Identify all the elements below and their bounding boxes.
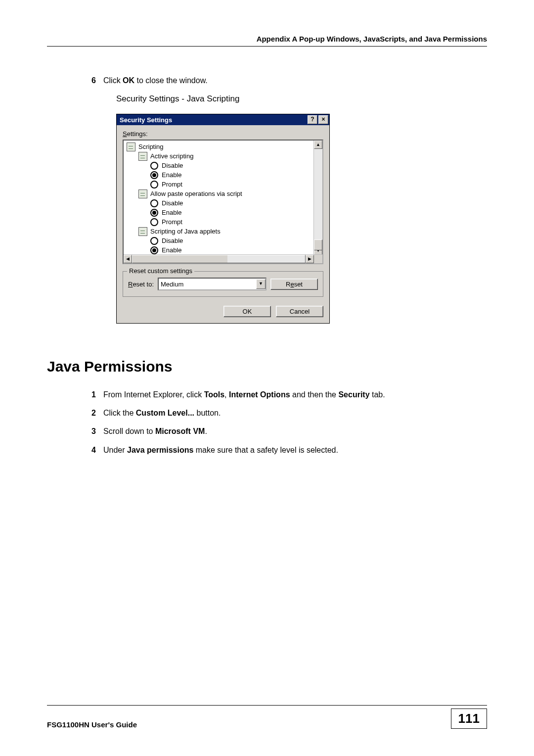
instruction-step-2: 2 Click the Custom Level... button. — [91, 407, 487, 419]
radio-icon — [150, 199, 158, 207]
tree-node-active-scripting: Active scripting — [125, 151, 321, 161]
radio-disable[interactable]: Disable — [125, 198, 321, 208]
reset-custom-settings-group: Reset custom settings Reset to:Reset to:… — [123, 271, 323, 297]
figure-caption: Security Settings - Java Scripting — [116, 94, 487, 104]
text: make sure that a safety level is selecte… — [193, 446, 338, 454]
titlebar-buttons: ? × — [307, 115, 328, 124]
radio-selected-icon — [150, 246, 158, 254]
radio-prompt[interactable]: Prompt — [125, 217, 321, 227]
page-footer: FSG1100HN User's Guide 111 — [47, 709, 487, 729]
label: Prompt — [162, 217, 182, 227]
step-text: Under Java permissions make sure that a … — [103, 444, 338, 456]
radio-selected-icon — [150, 171, 158, 179]
script-icon — [138, 227, 147, 236]
label: Enable — [162, 170, 181, 180]
label: Disable — [162, 236, 183, 245]
close-button[interactable]: × — [318, 115, 328, 124]
text: Click — [103, 76, 123, 85]
scroll-thumb[interactable] — [314, 239, 322, 250]
radio-enable[interactable]: Enable — [125, 170, 321, 180]
text: Scroll down to — [103, 427, 155, 435]
radio-icon — [150, 237, 158, 245]
document-page: Appendix A Pop-up Windows, JavaScripts, … — [0, 0, 534, 756]
step-text: Scroll down to Microsoft VM. — [103, 425, 207, 437]
radio-prompt[interactable]: Prompt — [125, 180, 321, 189]
ok-button[interactable]: OK — [223, 306, 271, 317]
radio-enable[interactable]: Enable — [125, 208, 321, 217]
tree-node-scripting: Scripting — [125, 142, 321, 151]
dialog-buttons: OK Cancel — [123, 306, 323, 317]
script-icon — [138, 189, 147, 198]
text: . — [205, 427, 207, 435]
bold-text: Tools — [204, 390, 224, 399]
settings-label: SSettings:ettings: — [123, 130, 323, 138]
label: Enable — [162, 245, 181, 255]
cancel-button[interactable]: Cancel — [276, 306, 323, 317]
text: to close the window. — [134, 76, 208, 85]
text: and then the — [290, 390, 339, 399]
label: Enable — [162, 208, 181, 217]
bold-text: OK — [123, 76, 134, 85]
combo-value: Medium — [161, 281, 183, 288]
label: Scripting — [138, 142, 164, 151]
label: Disable — [162, 198, 183, 208]
label: Allow paste operations via script — [150, 189, 242, 198]
dialog-body: SSettings:ettings: Scripting Active scri… — [117, 125, 329, 323]
footer-rule — [47, 705, 487, 706]
step-number: 4 — [91, 444, 103, 456]
step-number: 2 — [91, 407, 103, 419]
radio-enable[interactable]: Enable — [125, 245, 321, 255]
horizontal-scrollbar[interactable]: ◀ ▶ — [124, 254, 322, 263]
scroll-corner — [314, 255, 322, 263]
step-number: 6 — [91, 76, 103, 85]
radio-icon — [150, 181, 158, 189]
tree-content: Scripting Active scripting Disable Enabl… — [124, 141, 322, 263]
dialog-titlebar: Security Settings ? × — [117, 114, 329, 125]
page-number: 111 — [451, 709, 487, 729]
vertical-scrollbar[interactable]: ▲ ▼ — [313, 141, 322, 255]
reset-level-combo[interactable]: Medium ▼ — [158, 278, 267, 290]
scroll-track[interactable] — [132, 255, 306, 263]
chevron-down-icon[interactable]: ▼ — [256, 279, 266, 289]
security-settings-dialog: Security Settings ? × SSettings:ettings:… — [116, 114, 330, 324]
instruction-steps: 1 From Internet Explorer, click Tools, I… — [91, 389, 487, 456]
reset-to-label: Reset to:Reset to: — [128, 281, 154, 288]
label: Scripting of Java applets — [150, 227, 221, 236]
label: Disable — [162, 161, 183, 170]
radio-disable[interactable]: Disable — [125, 236, 321, 245]
text: From Internet Explorer, click — [103, 390, 204, 399]
screenshot-figure: Security Settings ? × SSettings:ettings:… — [116, 114, 487, 324]
help-button[interactable]: ? — [308, 115, 317, 124]
radio-icon — [150, 218, 158, 226]
fieldset-legend: Reset custom settings — [127, 267, 194, 275]
bold-text: Custom Level... — [136, 409, 194, 417]
script-icon — [138, 152, 147, 161]
settings-tree[interactable]: Scripting Active scripting Disable Enabl… — [123, 140, 323, 264]
instruction-step-6: 6 Click OK to close the window. — [91, 76, 487, 85]
reset-button[interactable]: ResetReset — [270, 279, 318, 290]
bold-text: Security — [338, 390, 369, 399]
label: Prompt — [162, 180, 182, 189]
radio-disable[interactable]: Disable — [125, 161, 321, 170]
text: button. — [194, 409, 221, 417]
tree-node-allow-paste: Allow paste operations via script — [125, 189, 321, 198]
text: , — [224, 390, 229, 399]
bold-text: Java permissions — [127, 446, 193, 454]
section-heading-java-permissions: Java Permissions — [47, 358, 487, 375]
step-text: From Internet Explorer, click Tools, Int… — [103, 389, 385, 400]
bold-text: Internet Options — [229, 390, 290, 399]
step-text: Click the Custom Level... button. — [103, 407, 221, 419]
scroll-left-icon[interactable]: ◀ — [124, 255, 132, 263]
instruction-step-1: 1 From Internet Explorer, click Tools, I… — [91, 389, 487, 400]
script-icon — [127, 142, 135, 151]
radio-selected-icon — [150, 209, 158, 217]
running-header: Appendix A Pop-up Windows, JavaScripts, … — [47, 35, 487, 47]
bold-text: Microsoft VM — [155, 427, 205, 435]
text: Click the — [103, 409, 136, 417]
scroll-up-icon[interactable]: ▲ — [314, 141, 322, 149]
instruction-step-3: 3 Scroll down to Microsoft VM. — [91, 425, 487, 437]
scroll-right-icon[interactable]: ▶ — [306, 255, 314, 263]
label: Active scripting — [150, 151, 193, 161]
text: Under — [103, 446, 127, 454]
text: tab. — [370, 390, 385, 399]
